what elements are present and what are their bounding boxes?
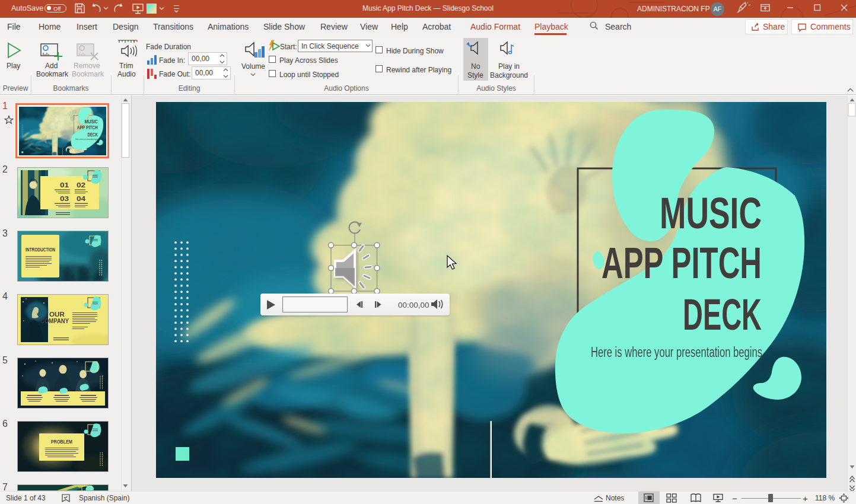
svg-text:PROBLEM: PROBLEM	[51, 439, 72, 445]
svg-text:DECK: DECK	[683, 290, 762, 339]
svg-text:COMPANY: COMPANY	[40, 318, 69, 324]
svg-text:00:00,00: 00:00,00	[398, 301, 429, 310]
svg-text:APP PITCH: APP PITCH	[602, 238, 762, 288]
svg-text:03: 03	[60, 195, 69, 202]
svg-text:INTRODUCTION: INTRODUCTION	[26, 246, 55, 253]
svg-text:Here is where your presentatio: Here is where your presentation begins	[591, 344, 762, 360]
svg-text:04: 04	[77, 195, 86, 202]
svg-text:MUSIC: MUSIC	[660, 189, 762, 238]
svg-text:02: 02	[77, 181, 85, 189]
svg-text:01: 01	[60, 181, 69, 189]
svg-text:OUR: OUR	[49, 311, 65, 318]
